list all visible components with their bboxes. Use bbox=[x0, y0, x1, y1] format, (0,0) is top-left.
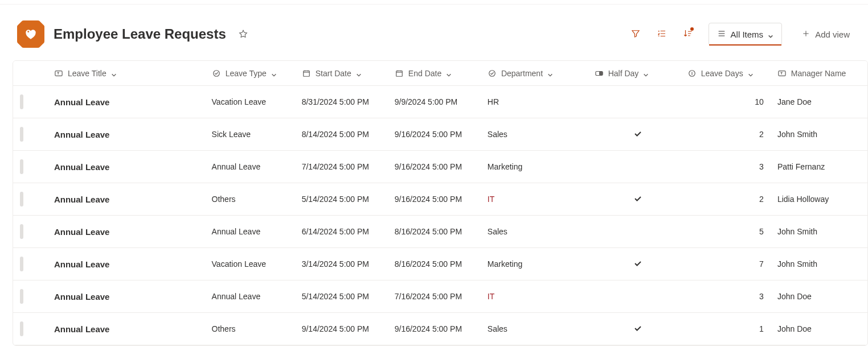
list-container: Leave Title Leave Type Start Date End Da… bbox=[13, 60, 868, 346]
cell-dept: Marketing bbox=[488, 259, 595, 269]
cell-days: 1 bbox=[687, 324, 777, 333]
column-header-half[interactable]: Half Day bbox=[595, 69, 687, 78]
cell-start: 8/31/2024 5:00 PM bbox=[302, 97, 395, 106]
number-field-icon bbox=[687, 69, 697, 78]
column-label: Manager Name bbox=[791, 69, 846, 78]
cell-start: 5/14/2024 5:00 PM bbox=[302, 195, 395, 204]
cell-half-day bbox=[595, 129, 687, 140]
sort-active-indicator bbox=[690, 27, 694, 31]
cell-half-day bbox=[595, 324, 687, 335]
cell-days: 7 bbox=[687, 259, 777, 269]
cell-days: 2 bbox=[687, 195, 777, 204]
cell-dept: IT bbox=[488, 292, 595, 301]
cell-start: 7/14/2024 5:00 PM bbox=[302, 162, 395, 171]
column-header-type[interactable]: Leave Type bbox=[212, 69, 302, 78]
table-row[interactable]: Annual LeaveAnnual Leave6/14/2024 5:00 P… bbox=[13, 216, 867, 248]
cell-end: 9/16/2024 5:00 PM bbox=[395, 130, 488, 139]
cell-manager: Patti Fernanz bbox=[777, 162, 867, 171]
cell-start: 6/14/2024 5:00 PM bbox=[302, 227, 395, 236]
cell-start: 5/14/2024 5:00 PM bbox=[302, 292, 395, 301]
sort-button[interactable] bbox=[677, 24, 699, 44]
cell-type: Others bbox=[212, 324, 302, 333]
table-row[interactable]: Annual LeaveAnnual Leave7/14/2024 5:00 P… bbox=[13, 151, 867, 183]
filter-button[interactable] bbox=[624, 24, 647, 44]
cell-days: 10 bbox=[687, 97, 777, 106]
cell-manager: John Smith bbox=[777, 227, 867, 236]
column-header-dept[interactable]: Department bbox=[488, 69, 595, 78]
column-header-end[interactable]: End Date bbox=[395, 69, 488, 78]
column-label: Department bbox=[501, 69, 543, 78]
svg-point-0 bbox=[27, 31, 29, 32]
cell-type: Vacation Leave bbox=[212, 97, 302, 106]
column-label: Start Date bbox=[316, 69, 351, 78]
row-handle[interactable] bbox=[20, 127, 23, 142]
page-title: Employee Leave Requests bbox=[54, 26, 226, 42]
svg-rect-9 bbox=[779, 71, 785, 76]
cell-title: Annual Leave bbox=[54, 227, 212, 237]
text-field-icon bbox=[777, 69, 787, 78]
row-handle[interactable] bbox=[20, 159, 23, 174]
row-handle[interactable] bbox=[20, 321, 23, 336]
column-header-mgr[interactable]: Manager Name bbox=[777, 69, 867, 78]
cell-title: Annual Leave bbox=[54, 259, 212, 269]
list-app-icon bbox=[17, 20, 44, 48]
add-view-button[interactable]: Add view bbox=[793, 23, 857, 46]
chevron-down-icon bbox=[111, 71, 117, 76]
view-toolbar: All Items Add view bbox=[624, 23, 857, 46]
cell-dept: Marketing bbox=[488, 162, 595, 171]
cell-type: Annual Leave bbox=[212, 292, 302, 301]
table-row[interactable]: Annual LeaveVacation Leave3/14/2024 5:00… bbox=[13, 248, 867, 280]
list-icon bbox=[717, 29, 726, 40]
svg-rect-1 bbox=[55, 71, 62, 76]
plus-icon bbox=[801, 29, 810, 40]
column-header-title[interactable]: Leave Title bbox=[54, 69, 212, 78]
group-button[interactable] bbox=[650, 24, 673, 44]
filter-icon bbox=[630, 28, 641, 40]
row-handle[interactable] bbox=[20, 289, 23, 304]
cell-end: 9/16/2024 5:00 PM bbox=[395, 162, 488, 171]
cell-start: 9/14/2024 5:00 PM bbox=[302, 324, 395, 333]
cell-manager: John Doe bbox=[777, 324, 867, 333]
text-field-icon bbox=[54, 69, 63, 78]
column-header-start[interactable]: Start Date bbox=[302, 69, 395, 78]
svg-rect-7 bbox=[599, 71, 603, 75]
check-icon bbox=[633, 259, 642, 270]
row-handle[interactable] bbox=[20, 257, 23, 271]
column-header-days[interactable]: Leave Days bbox=[687, 69, 777, 78]
cell-title: Annual Leave bbox=[54, 324, 212, 334]
row-handle[interactable] bbox=[20, 94, 23, 109]
table-row[interactable]: Annual LeaveAnnual Leave5/14/2024 5:00 P… bbox=[13, 280, 867, 313]
svg-point-5 bbox=[489, 70, 496, 76]
column-header-row: Leave Title Leave Type Start Date End Da… bbox=[13, 61, 867, 86]
cell-type: Vacation Leave bbox=[212, 259, 302, 269]
check-icon bbox=[633, 324, 642, 335]
chevron-down-icon bbox=[547, 71, 553, 76]
row-handle[interactable] bbox=[20, 224, 23, 239]
chevron-down-icon bbox=[271, 71, 277, 76]
favorite-star-button[interactable] bbox=[235, 26, 251, 42]
cell-days: 3 bbox=[687, 162, 777, 171]
add-view-label: Add view bbox=[815, 30, 850, 39]
cell-manager: Jane Doe bbox=[777, 97, 867, 106]
cell-start: 3/14/2024 5:00 PM bbox=[302, 259, 395, 269]
view-selector[interactable]: All Items bbox=[709, 23, 783, 46]
column-label: Half Day bbox=[608, 69, 639, 78]
cell-title: Annual Leave bbox=[54, 162, 212, 172]
table-row[interactable]: Annual LeaveVacation Leave8/31/2024 5:00… bbox=[13, 86, 867, 118]
calendar-icon bbox=[302, 69, 311, 78]
table-row[interactable]: Annual LeaveOthers9/14/2024 5:00 PM9/16/… bbox=[13, 313, 867, 345]
table-row[interactable]: Annual LeaveSick Leave8/14/2024 5:00 PM9… bbox=[13, 118, 867, 151]
chevron-down-icon bbox=[643, 71, 649, 76]
page-header: Employee Leave Requests All Items bbox=[0, 5, 868, 58]
cell-days: 3 bbox=[687, 292, 777, 301]
table-row[interactable]: Annual LeaveOthers5/14/2024 5:00 PM9/16/… bbox=[13, 183, 867, 216]
cell-type: Sick Leave bbox=[212, 130, 302, 139]
column-label: Leave Title bbox=[68, 69, 107, 78]
cell-dept: Sales bbox=[488, 130, 595, 139]
row-handle[interactable] bbox=[20, 192, 23, 207]
cell-dept: HR bbox=[488, 97, 595, 106]
cell-type: Annual Leave bbox=[212, 162, 302, 171]
svg-point-2 bbox=[213, 70, 219, 76]
cell-end: 9/9/2024 5:00 PM bbox=[395, 97, 488, 106]
cell-title: Annual Leave bbox=[54, 292, 212, 302]
